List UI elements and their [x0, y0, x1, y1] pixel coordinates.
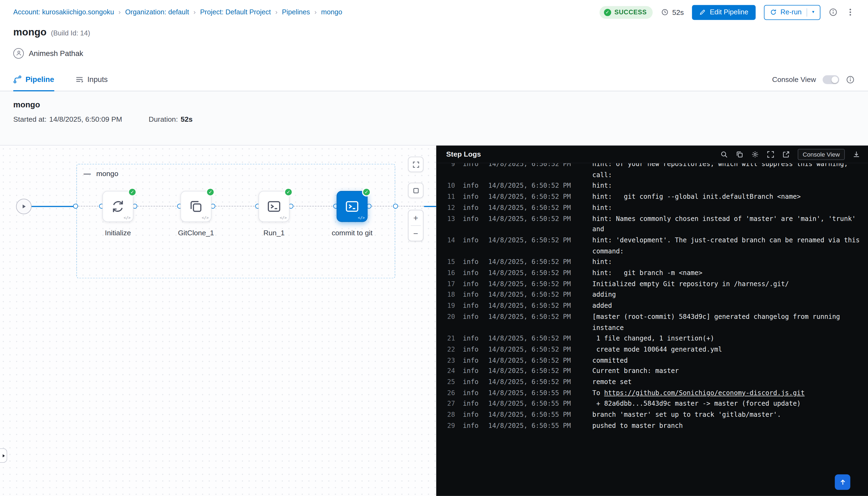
scroll-to-top-button[interactable] — [835, 474, 850, 490]
log-message: branch 'master' set up to track 'gitlab/… — [592, 410, 865, 421]
log-message: + 82a6dbb...5843d9c master -> master (fo… — [592, 399, 865, 410]
log-body[interactable]: 9info14/8/2025, 6:50:52 PMhint: of your … — [436, 164, 868, 496]
log-open-external-icon[interactable] — [782, 150, 790, 158]
log-line: 23info14/8/2025, 6:50:52 PMcommitted — [445, 355, 865, 366]
more-options-kebab-icon[interactable] — [846, 8, 855, 17]
author-name: Animesh Pathak — [29, 49, 83, 57]
connector-dashed-line — [294, 206, 333, 206]
canvas-fit-view-button[interactable] — [408, 183, 423, 198]
person-icon — [15, 50, 22, 57]
chevron-down-icon: ▾ — [812, 10, 814, 14]
breadcrumb-item[interactable]: Organization: default — [125, 9, 189, 16]
log-line-number: 25 — [445, 377, 455, 388]
log-timestamp: 14/8/2025, 6:50:52 PM — [488, 268, 578, 279]
pipeline-start-node[interactable] — [16, 199, 31, 214]
log-timestamp: 14/8/2025, 6:50:52 PM — [488, 191, 578, 202]
log-timestamp: 14/8/2025, 6:50:52 PM — [488, 334, 578, 344]
stage-node-label: GitClone_1 — [157, 229, 235, 237]
log-timestamp: 14/8/2025, 6:50:52 PM — [488, 301, 578, 312]
log-line: 24info14/8/2025, 6:50:52 PMCurrent branc… — [445, 366, 865, 377]
log-search-icon[interactable] — [720, 150, 728, 158]
log-level: info — [463, 301, 480, 312]
log-copy-icon[interactable] — [736, 150, 744, 158]
log-timestamp: 14/8/2025, 6:50:52 PM — [488, 213, 578, 235]
console-view-toggle[interactable] — [823, 75, 839, 84]
log-line-number: 23 — [445, 355, 455, 366]
log-toolbar: Console View — [720, 149, 860, 160]
log-level: info — [463, 334, 480, 344]
log-line: 10info14/8/2025, 6:50:52 PMhint: — [445, 181, 865, 191]
avatar — [13, 48, 24, 58]
canvas-zoom-controls: + − — [408, 210, 423, 242]
log-level: info — [463, 421, 480, 431]
log-message: adding — [592, 290, 865, 300]
log-level: info — [463, 388, 480, 399]
edit-pipeline-label: Edit Pipeline — [710, 9, 748, 16]
stage-node-gitclone-1[interactable]: ✓</> — [181, 191, 212, 222]
console-view-info-icon[interactable] — [846, 75, 855, 84]
log-level: info — [463, 164, 480, 181]
log-level: info — [463, 377, 480, 388]
zoom-out-button[interactable]: − — [408, 226, 423, 241]
console-view-button[interactable]: Console View — [798, 149, 845, 160]
log-fullscreen-icon[interactable] — [766, 150, 774, 158]
canvas-fullscreen-button[interactable] — [408, 157, 423, 172]
log-level: info — [463, 268, 480, 279]
log-message: pushed to master branch — [592, 421, 865, 431]
log-header: Step Logs — [436, 145, 868, 163]
log-level: info — [463, 257, 480, 268]
connector-dot — [73, 204, 78, 208]
stage-group-name: mongo — [96, 169, 118, 178]
log-settings-gear-icon[interactable] — [751, 150, 759, 158]
breadcrumb-item[interactable]: Account: kurosakiichigo.songoku — [13, 9, 114, 16]
edit-pipeline-button[interactable]: Edit Pipeline — [692, 4, 756, 19]
left-panel-expander[interactable] — [0, 448, 7, 463]
log-line-number: 21 — [445, 334, 455, 344]
tab-inputs[interactable]: Inputs — [75, 68, 108, 91]
log-message: hint: Names commonly chosen instead of '… — [592, 213, 865, 235]
info-icon[interactable] — [829, 8, 838, 17]
log-line-number: 10 — [445, 181, 455, 191]
pencil-icon — [699, 9, 706, 16]
tab-bar: Pipeline Inputs Console View — [0, 68, 868, 91]
stage-node-label: Initialize — [79, 229, 157, 237]
log-message: hint: git config --global init.defaultBr… — [592, 191, 865, 202]
log-line-number: 9 — [445, 164, 455, 181]
tab-pipeline-label: Pipeline — [26, 75, 54, 83]
refresh-icon — [770, 9, 777, 16]
stage-node-run-1[interactable]: ✓</> — [259, 191, 290, 222]
log-line: 11info14/8/2025, 6:50:52 PMhint: git con… — [445, 191, 865, 202]
log-level: info — [463, 312, 480, 334]
breadcrumb-item[interactable]: Project: Default Project — [200, 9, 271, 16]
duration: Duration: 52s — [149, 115, 193, 124]
log-level: info — [463, 191, 480, 202]
log-panel-title: Step Logs — [446, 150, 481, 158]
play-icon — [20, 203, 28, 211]
zoom-in-button[interactable]: + — [408, 211, 423, 225]
log-line-number: 29 — [445, 421, 455, 431]
log-timestamp: 14/8/2025, 6:50:55 PM — [488, 388, 578, 399]
breadcrumb-separator: › — [193, 9, 196, 16]
log-level: info — [463, 235, 480, 257]
executed-connector-line — [424, 206, 436, 207]
pipeline-canvas: — mongo + − ✓</>Initialize✓</>GitClone_1… — [0, 145, 436, 496]
breadcrumb-item[interactable]: Pipelines — [282, 9, 310, 16]
breadcrumb-item[interactable]: mongo — [321, 9, 342, 16]
tab-pipeline[interactable]: Pipeline — [13, 68, 54, 91]
log-timestamp: 14/8/2025, 6:50:52 PM — [488, 257, 578, 268]
rerun-button[interactable]: Re-run ▾ — [764, 4, 820, 19]
log-message: committed — [592, 355, 865, 366]
toggle-knob — [832, 76, 838, 83]
stage-node-initialize[interactable]: ✓</> — [103, 191, 134, 222]
log-line: 17info14/8/2025, 6:50:52 PMInitialized e… — [445, 279, 865, 290]
log-link[interactable]: https://github.com/Sonichigo/economy-dis… — [604, 389, 804, 397]
inputs-icon — [75, 75, 83, 83]
stage-node-commit-to-git[interactable]: ✓</> — [337, 191, 368, 222]
log-timestamp: 14/8/2025, 6:50:52 PM — [488, 235, 578, 257]
collapse-icon[interactable]: — — [83, 170, 91, 177]
rerun-label: Re-run — [780, 9, 802, 16]
log-line-number: 24 — [445, 366, 455, 377]
log-download-icon[interactable] — [853, 150, 861, 158]
code-step-tag: </> — [358, 216, 365, 220]
arrow-up-icon — [839, 478, 846, 486]
